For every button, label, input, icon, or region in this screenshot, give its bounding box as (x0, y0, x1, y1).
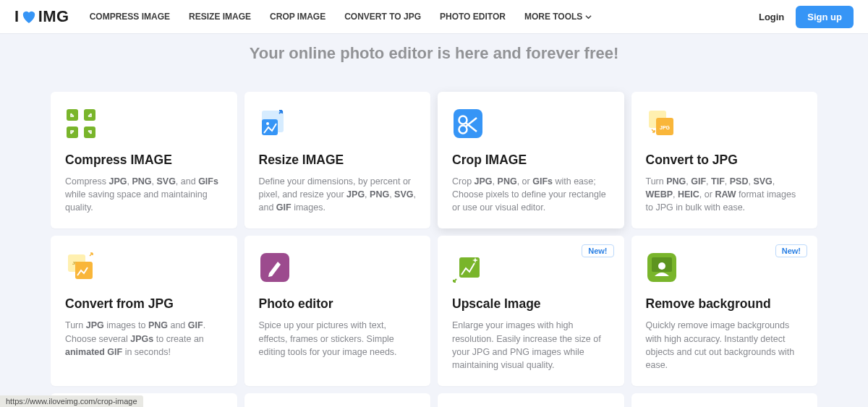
card-desc: Enlarge your images with high resolution… (452, 319, 610, 372)
compress-icon (65, 108, 223, 140)
logo-text-right: IMG (38, 7, 69, 26)
card-html-to-image[interactable]: HTML HTML to IMAGE (631, 393, 818, 407)
svg-rect-15 (75, 262, 93, 279)
new-badge: New! (775, 244, 807, 257)
header-right: Login Sign up (759, 6, 854, 28)
status-bar-url: https://www.iloveimg.com/crop-image (0, 395, 143, 407)
hero-headline: Your online photo editor is here and for… (0, 44, 868, 63)
logo-text-left: I (14, 7, 20, 26)
card-title: Crop IMAGE (452, 153, 610, 168)
tools-grid: Compress IMAGE Compress JPG, PNG, SVG, a… (51, 92, 817, 407)
card-title: Upscale Image (452, 296, 610, 312)
card-title: Remove background (646, 296, 804, 312)
nav-convert[interactable]: CONVERT TO JPG (344, 12, 421, 22)
card-compress[interactable]: Compress IMAGE Compress JPG, PNG, SVG, a… (51, 92, 237, 228)
crop-icon (452, 108, 610, 140)
nav-more-label: MORE TOOLS (524, 12, 582, 22)
resize-icon (259, 108, 417, 140)
convert-from-jpg-icon: JPG (65, 252, 223, 283)
card-resize[interactable]: Resize IMAGE Define your dimensions, by … (244, 92, 431, 228)
login-link[interactable]: Login (759, 12, 784, 22)
nav-editor[interactable]: PHOTO EDITOR (440, 12, 506, 22)
heart-icon (21, 9, 37, 24)
card-title: Resize IMAGE (259, 153, 417, 168)
card-title: Convert to JPG (646, 153, 804, 168)
card-title: Photo editor (259, 296, 417, 312)
card-remove-background[interactable]: New! Remove background Quickly remove im… (631, 236, 818, 386)
convert-to-jpg-icon: JPG (646, 108, 804, 140)
card-desc: Quickly remove image backgrounds with hi… (646, 319, 804, 372)
card-crop[interactable]: Crop IMAGE Crop JPG, PNG, or GIFs with e… (438, 92, 624, 228)
hero: Your online photo editor is here and for… (0, 34, 868, 63)
signup-button[interactable]: Sign up (796, 6, 854, 28)
new-badge: New! (582, 244, 613, 257)
card-desc: Compress JPG, PNG, SVG, and GIFs while s… (65, 175, 223, 214)
nav-more[interactable]: MORE TOOLS (524, 12, 592, 22)
svg-text:JPG: JPG (659, 125, 670, 130)
card-desc: Turn JPG images to PNG and GIF. Choose s… (65, 319, 223, 358)
card-convert-from-jpg[interactable]: JPG Convert from JPG Turn JPG images to … (51, 236, 237, 386)
card-convert-to-jpg[interactable]: JPG Convert to JPG Turn PNG, GIF, TIF, P… (631, 92, 818, 228)
card-desc: Define your dimensions, by percent or pi… (259, 175, 417, 214)
photo-editor-icon (259, 252, 417, 283)
header: I IMG COMPRESS IMAGE RESIZE IMAGE CROP I… (0, 0, 868, 34)
svg-point-20 (658, 262, 665, 270)
card-desc: Turn PNG, GIF, TIF, PSD, SVG, WEBP, HEIC… (646, 175, 804, 214)
chevron-down-icon (585, 14, 592, 20)
card-desc: Spice up your pictures with text, effect… (259, 319, 417, 358)
card-title: Compress IMAGE (65, 153, 223, 168)
logo[interactable]: I IMG (14, 7, 69, 26)
card-upscale[interactable]: New! Upscale Image Enlarge your images w… (438, 236, 624, 386)
card-desc: Crop JPG, PNG, or GIFs with ease; Choose… (452, 175, 610, 214)
nav-crop[interactable]: CROP IMAGE (270, 12, 326, 22)
nav-compress[interactable]: COMPRESS IMAGE (90, 12, 170, 22)
card-meme[interactable]: Meme generator (244, 393, 431, 407)
main-nav: COMPRESS IMAGE RESIZE IMAGE CROP IMAGE C… (90, 12, 592, 22)
nav-resize[interactable]: RESIZE IMAGE (189, 12, 251, 22)
card-title: Convert from JPG (65, 296, 223, 312)
card-rotate[interactable]: Rotate IMAGE (438, 393, 624, 407)
svg-point-6 (266, 122, 269, 125)
card-photo-editor[interactable]: Photo editor Spice up your pictures with… (244, 236, 431, 386)
